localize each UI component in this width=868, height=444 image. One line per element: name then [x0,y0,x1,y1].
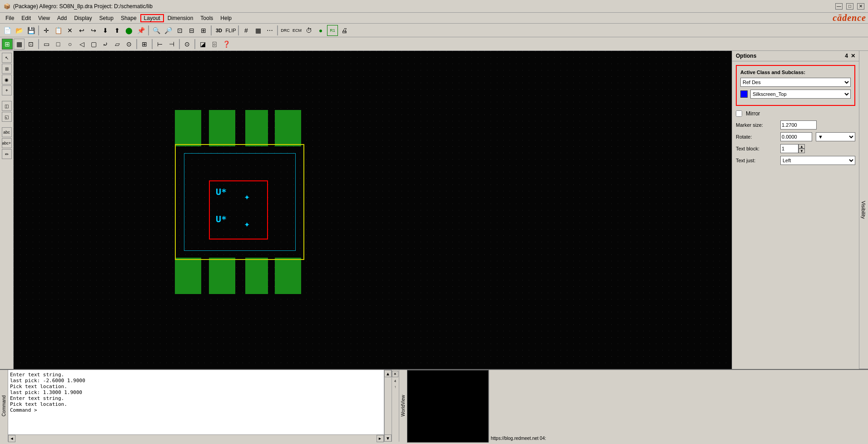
layer-button[interactable]: ▦ [253,25,263,36]
left-tool-1[interactable]: ↖ [2,53,12,63]
zoom-out-button[interactable]: 🔎 [163,25,174,36]
menu-view[interactable]: View [35,14,54,22]
next-button[interactable]: ⬆ [112,25,123,36]
tb2-9[interactable]: ⤾ [100,39,111,50]
worldview-area: WorldView [399,370,489,442]
spin-up[interactable]: ▲ [799,144,805,149]
tb2-14[interactable]: ⊣ [166,39,177,50]
console-line-3: Pick text location. [10,384,382,389]
green-btn[interactable]: ⬤ [124,25,134,36]
open-button[interactable]: 📂 [14,25,25,36]
menu-file[interactable]: File [2,14,18,22]
scroll-up-button[interactable]: ▲ [384,370,392,377]
visibility-tab[interactable]: Visibility [859,51,868,369]
rotate-select[interactable]: ▼ [816,132,855,141]
redo-button[interactable]: ↪ [88,25,99,36]
prev-button[interactable]: ⬇ [100,25,111,36]
menu-layout[interactable]: Layout [140,14,164,22]
rotate-input[interactable] [780,132,812,141]
tb2-16[interactable]: ◪ [197,39,208,50]
tb2-2[interactable]: ▦ [14,39,25,50]
left-tool-abc1[interactable]: abc [2,127,12,137]
options-pin-icon[interactable]: 4 [845,53,848,59]
left-tool-2[interactable]: ⊞ [2,64,12,74]
menu-add[interactable]: Add [54,14,70,22]
tb2-11[interactable]: ⊙ [124,39,134,50]
console-close-button[interactable]: ✕ [392,371,398,377]
rat-button[interactable]: ⋯ [264,25,275,36]
tb2-12[interactable]: ⊞ [139,39,150,50]
tb2-13[interactable]: ⊢ [154,39,165,50]
3d-button[interactable]: 3D [213,25,224,36]
canvas-area[interactable]: U* ✦ U* ✦ [14,51,732,369]
minimize-button[interactable]: — [835,3,843,10]
left-tool-6[interactable]: ◱ [2,112,12,122]
save-button[interactable]: 💾 [25,25,36,36]
left-tool-abc2[interactable]: abc+ [2,138,12,148]
cross-marker-1: ✦ [244,193,250,202]
tb2-7[interactable]: ◁ [76,39,87,50]
move-button[interactable]: ✛ [41,25,52,36]
sim-button[interactable]: ● [315,25,326,36]
new-button[interactable]: 📄 [2,25,13,36]
drc-button[interactable]: DRC [280,25,291,36]
timer-button[interactable]: ⏱ [303,25,314,36]
console-scrollbar-h[interactable]: ◄ ► [8,434,384,442]
menu-dimension[interactable]: Dimension [164,14,197,22]
left-tool-pencil[interactable]: ✏ [2,149,12,159]
menu-edit[interactable]: Edit [18,14,35,22]
close-button[interactable]: ✕ [857,3,864,10]
tb2-5[interactable]: □ [53,39,64,50]
flip-button[interactable]: FLIP [225,25,236,36]
pin-button[interactable]: 📌 [135,25,146,36]
tb2-15[interactable]: ⊙ [182,39,193,50]
tb2-4[interactable]: ▭ [41,39,52,50]
tb2-17[interactable]: ⌻ [209,39,220,50]
worldview-panel[interactable] [407,370,489,443]
class-select[interactable]: Ref Des [740,78,851,87]
r1-button[interactable]: R1 [327,25,338,36]
menu-shape[interactable]: Shape [117,14,140,22]
copy-button[interactable]: 📋 [53,25,64,36]
scroll-right-button[interactable]: ► [377,435,384,442]
subclass-select[interactable]: Silkscreen_Top [750,90,851,99]
zoom-fit-button[interactable]: ⊡ [174,25,185,36]
ecm-button[interactable]: ECM [292,25,303,36]
text-just-select[interactable]: Left Center Right [780,156,855,165]
left-tool-4[interactable]: ⌖ [2,85,12,95]
tb2-3[interactable]: ⊡ [25,39,36,50]
tb2-1[interactable]: ⊞ [2,39,13,50]
tb2-10[interactable]: ▱ [112,39,123,50]
tb2-18[interactable]: ❓ [221,39,232,50]
menu-setup[interactable]: Setup [96,14,117,22]
maximize-button[interactable]: □ [846,3,853,10]
zoom-in-button[interactable]: 🔍 [151,25,162,36]
scrollbar-track-h[interactable] [15,435,377,442]
tb2-8[interactable]: ▢ [88,39,99,50]
undo-button[interactable]: ↩ [76,25,87,36]
zoom-prev-button[interactable]: ⊟ [186,25,197,36]
menu-tools[interactable]: Tools [197,14,217,22]
menu-display[interactable]: Display [70,14,95,22]
left-tool-3[interactable]: ◉ [2,75,12,85]
print-button[interactable]: 🖨 [339,25,350,36]
console-scroll-v[interactable]: ▲ ▼ [384,370,392,442]
console-pin2-button[interactable]: ↑ [394,385,396,389]
worldview-label-wrap: WorldView [399,370,407,442]
spin-down[interactable]: ▼ [799,149,805,153]
delete-button[interactable]: ✕ [64,25,75,36]
zoom-world-button[interactable]: ⊞ [198,25,209,36]
grid-button[interactable]: # [241,25,252,36]
console-pin-button[interactable]: 4 [394,379,396,383]
menu-help[interactable]: Help [217,14,235,22]
marker-size-input[interactable] [780,120,817,130]
scroll-down-button[interactable]: ▼ [384,434,392,442]
left-tool-5[interactable]: ◫ [2,101,12,111]
scroll-left-button[interactable]: ◄ [8,435,15,442]
mirror-label: Mirror [746,110,760,117]
mirror-checkbox[interactable] [736,110,742,117]
options-close-icon[interactable]: ✕ [851,53,855,59]
titlebar-controls[interactable]: — □ ✕ [835,3,864,10]
tb2-6[interactable]: ○ [64,39,75,50]
text-block-input[interactable] [780,144,799,153]
